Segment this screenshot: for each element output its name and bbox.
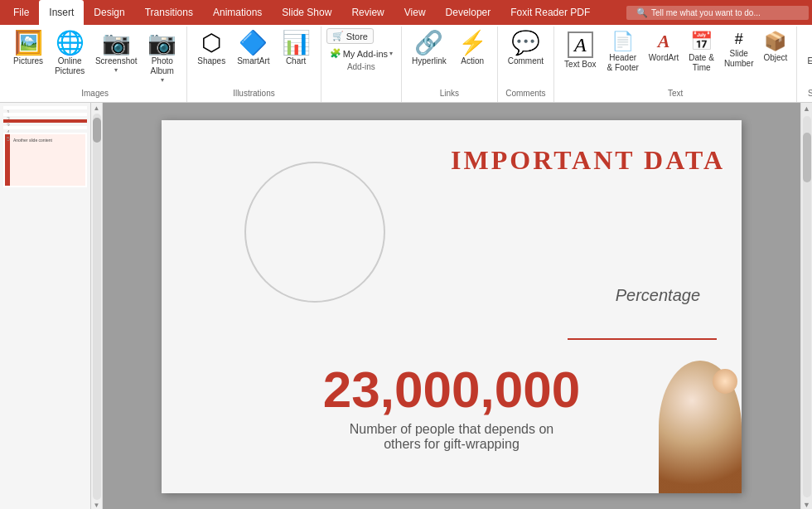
smartart-button[interactable]: 🔷 SmartArt [232,28,274,70]
textbox-icon: A [568,32,593,58]
screenshot-dropdown: ▾ [114,66,118,74]
photo-album-icon: 📷 [147,32,176,55]
addins-group-label: Add-ins [326,61,396,74]
object-icon: 📦 [764,31,786,52]
tab-bar: File Insert Design Transitions Animation… [0,0,812,25]
slide-number-icon: # [735,31,743,48]
tab-foxit[interactable]: Foxit Reader PDF [500,0,600,25]
slide-thumb-4[interactable]: SOCIAL MEDIA Statistics about social med… [3,126,87,129]
chart-label: Chart [286,56,306,66]
scroll-down-arrow[interactable]: ▼ [94,502,100,509]
tab-file[interactable]: File [3,0,39,25]
slide-thumb-5[interactable]: Another slide content 5 [3,133,87,187]
illustrations-group-label: Illustrations [192,87,315,100]
object-button[interactable]: 📦 Object [759,28,791,65]
wordart-label: WordArt [649,53,679,63]
ribbon-group-illustrations: ⬡ Shapes 🔷 SmartArt 📊 Chart Illustration… [187,27,321,102]
symbols-group-label: Symbols [802,87,812,100]
date-time-icon: 📅 [690,31,713,52]
pictures-button[interactable]: 🖼️ Pictures [8,28,48,70]
header-footer-icon: 📄 [611,31,634,52]
slide-main-number: 23,000,000 [162,360,742,419]
object-label: Object [763,53,787,63]
textbox-button[interactable]: A Text Box [559,28,601,73]
links-group-label: Links [407,87,492,100]
illustrations-buttons: ⬡ Shapes 🔷 SmartArt 📊 Chart [192,28,315,87]
slide-thumb-3[interactable]: 25% Important dataabout gifts 3 [3,119,87,123]
chart-icon: 📊 [282,32,311,55]
tab-developer[interactable]: Developer [436,0,501,25]
chart-button[interactable]: 📊 Chart [277,28,316,70]
slide-divider-line [568,338,717,340]
store-label: Store [346,32,368,41]
tab-review[interactable]: Review [341,0,394,25]
comments-group-label: Comments [503,87,549,100]
comments-buttons: 💬 Comment [503,28,549,87]
ribbon-search[interactable]: 🔍 Tell me what you want to do... [626,6,809,20]
wordart-button[interactable]: A WordArt [645,28,684,65]
hyperlink-button[interactable]: 🔗 Hyperlink [407,28,452,70]
ribbon-group-images: 🖼️ Pictures 🌐 OnlinePictures 📷 Screensho… [3,27,187,102]
action-label: Action [461,56,484,66]
tab-slideshow[interactable]: Slide Show [272,0,341,25]
equation-button[interactable]: ∑ Equation [802,28,812,70]
scroll-up-arrow[interactable]: ▲ [94,104,100,112]
hyperlink-icon: 🔗 [414,32,443,55]
search-placeholder-text: Tell me what you want to do... [651,8,761,17]
slide-subtitle-line1: Number of people that depends on [162,422,742,437]
action-button[interactable]: ⚡ Action [453,28,492,70]
vscroll-up[interactable]: ▲ [801,103,812,114]
vscroll-down[interactable]: ▼ [801,499,812,509]
tab-design[interactable]: Design [84,0,134,25]
slide-thumb-2[interactable]: 35 ASSOCIATIONS There are many variation… [3,113,87,116]
addins-dropdown-arrow: ▾ [389,50,393,57]
date-time-button[interactable]: 📅 Date &Time [684,28,718,75]
pictures-icon: 🖼️ [14,32,43,55]
vscroll-thumb[interactable] [803,133,811,182]
tab-transitions[interactable]: Transitions [135,0,203,25]
screenshot-button[interactable]: 📷 Screenshot ▾ [91,28,141,77]
hyperlink-label: Hyperlink [412,56,447,66]
ribbon: 🖼️ Pictures 🌐 OnlinePictures 📷 Screensho… [0,25,812,103]
symbols-buttons: ∑ Equation [802,28,812,87]
slide-number-label: SlideNumber [724,49,754,69]
slide-thumb-1[interactable]: THIS IS A MAP Lorem ipsum text here 1 [3,106,87,109]
online-pictures-button[interactable]: 🌐 OnlinePictures [50,28,89,80]
date-time-label: Date &Time [689,53,714,73]
smartart-label: SmartArt [237,56,269,66]
photo-album-button[interactable]: 📷 PhotoAlbum ▾ [143,28,181,87]
comment-label: Comment [508,56,544,66]
comment-icon: 💬 [511,32,540,55]
tab-animations[interactable]: Animations [203,0,272,25]
slide-subtitle-line2: others for gift-wrapping [162,437,742,452]
slide-number-button[interactable]: # SlideNumber [720,28,758,71]
slide-canvas[interactable]: IMPORTANT DATA Percentage 23,000,000 Num… [162,120,742,493]
vscroll-track [803,116,811,497]
my-addins-button[interactable]: 🧩 My Add-ins ▾ [326,46,396,61]
ribbon-group-comments: 💬 Comment Comments [498,27,554,102]
main-area: THIS IS A MAP Lorem ipsum text here 1 35… [0,103,812,509]
scroll-thumb[interactable] [93,118,101,143]
online-pictures-icon: 🌐 [56,32,85,55]
shapes-button[interactable]: ⬡ Shapes [192,28,230,70]
store-button[interactable]: 🛒 Store [326,28,374,44]
my-addins-label: My Add-ins [343,49,388,59]
comment-button[interactable]: 💬 Comment [503,28,549,70]
slide-subtitle: Number of people that depends on others … [162,422,742,452]
tab-insert[interactable]: Insert [39,0,84,25]
header-footer-button[interactable]: 📄 Header& Footer [602,28,642,75]
slide-panel-scrollbar[interactable]: ▲ ▼ [91,103,103,509]
canvas-area: IMPORTANT DATA Percentage 23,000,000 Num… [103,103,800,509]
ribbon-group-text: A Text Box 📄 Header& Footer A WordArt 📅 … [554,27,797,102]
ribbon-content: 🖼️ Pictures 🌐 OnlinePictures 📷 Screensho… [0,25,812,102]
text-group-label: Text [559,87,791,100]
tab-view[interactable]: View [394,0,436,25]
ribbon-group-links: 🔗 Hyperlink ⚡ Action Links [402,27,498,102]
store-icon: 🛒 [332,31,344,41]
smartart-icon: 🔷 [239,32,268,55]
search-icon: 🔍 [636,7,648,18]
text-buttons: A Text Box 📄 Header& Footer A WordArt 📅 … [559,28,791,87]
online-pictures-label: OnlinePictures [55,56,85,76]
canvas-vscrollbar[interactable]: ▲ ▼ [800,103,812,509]
links-buttons: 🔗 Hyperlink ⚡ Action [407,28,492,87]
